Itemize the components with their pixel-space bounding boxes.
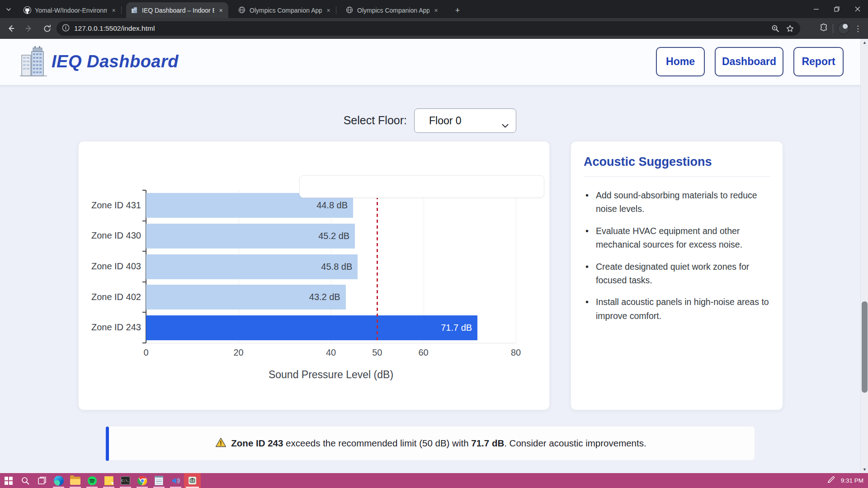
chart-bar-zone-id-430: 45.2 dB <box>146 224 355 249</box>
chart-bar-zone-id-403: 45.8 dB <box>146 254 358 279</box>
app-header: IEQ Dashboard Home Dashboard Report <box>0 39 868 85</box>
browser-tab-olympics-2[interactable]: Olympics Companion App – Pro × <box>341 2 443 18</box>
browser-tab-ieq-dashboard[interactable]: IEQ Dashboard – Indoor Enviro × <box>126 2 228 18</box>
taskbar-tray: 9:31 PM <box>827 473 865 488</box>
acoustic-suggestions-card: Acoustic Suggestions Add sound-absorbing… <box>571 141 783 410</box>
building-logo-icon <box>19 45 49 78</box>
scrollbar-thumb[interactable] <box>862 301 868 393</box>
chart-y-tick <box>142 312 146 313</box>
chart-tooltip-box <box>299 175 544 198</box>
floor-select-label: Select Floor: <box>289 114 407 127</box>
taskbar-clock[interactable]: 9:31 PM <box>841 477 865 484</box>
noise-alert-banner: Zone ID 243 exceeds the recommended limi… <box>107 426 755 460</box>
tab-title: Olympics Companion App – Pro <box>357 7 429 14</box>
chart-category-label: Zone ID 402 <box>79 292 141 302</box>
forward-icon[interactable] <box>22 21 36 36</box>
close-tab-icon[interactable]: × <box>432 6 440 14</box>
globe-icon <box>238 6 246 14</box>
chart-x-tick-label: 40 <box>317 347 344 358</box>
notepad-icon[interactable] <box>151 473 167 488</box>
restore-icon[interactable] <box>826 0 847 18</box>
zoom-icon[interactable] <box>769 23 781 34</box>
toolbar-divider <box>833 24 833 33</box>
building-favicon <box>131 6 138 14</box>
menu-dots-icon[interactable]: ⋮ <box>854 24 862 33</box>
windows-ink-pen-icon[interactable] <box>827 475 835 486</box>
chart-limit-line-50db <box>377 190 378 343</box>
search-icon[interactable] <box>17 473 33 488</box>
task-view-icon[interactable] <box>33 473 50 488</box>
alert-text: Zone ID 243 exceeds the recommended limi… <box>231 438 646 449</box>
close-tab-icon[interactable]: × <box>217 6 225 14</box>
nav-button-home[interactable]: Home <box>656 47 705 76</box>
address-bar[interactable]: 127.0.0.1:5502/index.html <box>57 21 800 36</box>
chart-gridline <box>516 190 516 343</box>
github-icon <box>24 6 31 14</box>
back-icon[interactable] <box>4 21 18 36</box>
media-player-icon[interactable] <box>167 473 184 488</box>
profile-avatar[interactable] <box>838 23 849 34</box>
suggestion-item: Add sound-absorbing materials to reduce … <box>584 188 770 216</box>
window-controls <box>806 0 868 18</box>
close-tab-icon[interactable]: × <box>325 6 332 14</box>
chart-y-tick <box>142 251 146 252</box>
browser-tab-olympics-1[interactable]: Olympics Companion App – Pro × <box>234 2 336 18</box>
chart-x-tick-label: 80 <box>502 347 529 358</box>
edge-icon[interactable] <box>50 473 67 488</box>
chart-x-tick-label: 20 <box>225 347 252 358</box>
windows-taskbar: C:\_ 9:31 PM <box>0 473 868 488</box>
chart-y-tick <box>142 282 146 282</box>
chart-y-tick <box>142 190 146 191</box>
close-tab-icon[interactable]: × <box>110 6 118 14</box>
minimize-icon[interactable] <box>806 0 826 18</box>
globe-icon <box>346 6 354 14</box>
suggestion-item: Evaluate HVAC equipment and other mechan… <box>584 224 770 252</box>
terminal-icon[interactable]: C:\_ <box>117 473 134 488</box>
floor-select-value: Floor 0 <box>429 115 462 127</box>
new-tab-button[interactable]: + <box>452 5 463 16</box>
suggestions-list: Add sound-absorbing materials to reduce … <box>584 188 770 323</box>
bookmark-star-icon[interactable] <box>784 23 796 34</box>
sticky-notes-icon[interactable] <box>100 473 117 488</box>
browser-tab-github[interactable]: Yomal-W/Indoor-Environmenta × <box>19 2 121 18</box>
chart-x-axis-line <box>146 343 516 343</box>
site-info-icon[interactable] <box>62 24 70 33</box>
url-text[interactable]: 127.0.0.1:5502/index.html <box>74 24 767 33</box>
tab-title: Yomal-W/Indoor-Environmenta <box>35 7 107 14</box>
suggestions-title: Acoustic Suggestions <box>584 155 770 169</box>
nav-button-dashboard[interactable]: Dashboard <box>715 47 783 76</box>
chart-category-label: Zone ID 243 <box>79 322 141 333</box>
chart-bar-zone-id-243: 71.7 dB <box>146 315 477 340</box>
tab-title: Olympics Companion App – Pro <box>250 7 322 14</box>
screen-capture-icon[interactable] <box>184 473 201 488</box>
chart-x-tick-label: 0 <box>132 347 160 358</box>
chart-category-label: Zone ID 431 <box>79 200 141 211</box>
chart-x-tick-label: 60 <box>410 347 437 358</box>
tab-title: IEQ Dashboard – Indoor Enviro <box>142 7 214 14</box>
chart-category-labels: Zone ID 431Zone ID 430Zone ID 403Zone ID… <box>79 190 141 343</box>
sound-level-chart-card: Zone ID 431Zone ID 430Zone ID 403Zone ID… <box>78 141 550 410</box>
nav-button-report[interactable]: Report <box>793 47 844 76</box>
chart-category-label: Zone ID 403 <box>79 261 141 272</box>
floor-select-dropdown[interactable]: Floor 0 <box>414 108 516 133</box>
page-title: IEQ Dashboard <box>52 52 179 71</box>
chart-y-tick <box>142 221 146 221</box>
scrollbar-up-arrow[interactable]: ▲ <box>861 39 868 46</box>
start-icon[interactable] <box>0 473 17 488</box>
tab-scroll-chevron-icon[interactable] <box>4 5 14 14</box>
chart-x-tick-label: 50 <box>363 347 391 358</box>
close-icon[interactable] <box>847 0 868 18</box>
divider <box>584 176 770 177</box>
file-explorer-icon[interactable] <box>67 473 84 488</box>
reload-icon[interactable] <box>40 21 54 36</box>
chart-plot-area: 44.8 dB45.2 dB45.8 dB43.2 dB71.7 dB <box>146 190 516 343</box>
chart-x-axis-title: Sound Pressure Level (dB) <box>146 369 516 381</box>
extensions-icon[interactable] <box>819 23 828 34</box>
chart-y-tick <box>142 343 146 343</box>
toolbar-right-icons: ⋮ <box>819 21 862 36</box>
spotify-icon[interactable] <box>84 473 100 488</box>
chrome-icon[interactable] <box>134 473 151 488</box>
scrollbar-down-arrow[interactable]: ▼ <box>861 466 868 473</box>
page-scrollbar[interactable]: ▲ ▼ <box>860 39 868 473</box>
tab-separator <box>336 6 336 14</box>
